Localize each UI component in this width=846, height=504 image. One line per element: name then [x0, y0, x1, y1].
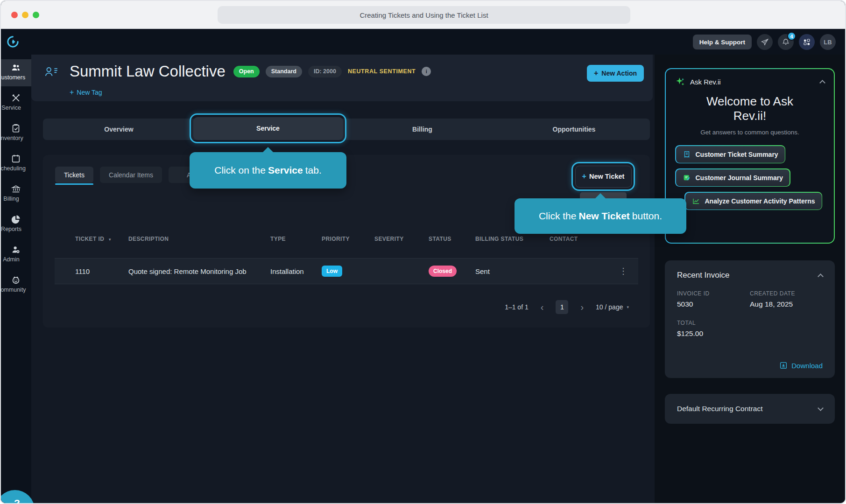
ask-revii-panel: Ask Rev.ii Welcome to Ask Rev.ii! Get an…	[665, 68, 835, 244]
paper-plane-icon	[761, 38, 769, 46]
new-ticket-tooltip: Click the New Ticket button.	[515, 198, 686, 234]
col-severity: SEVERITY	[374, 236, 429, 242]
recent-invoice-title: Recent Invoice	[677, 271, 818, 280]
col-priority: PRIORITY	[322, 236, 374, 242]
sidebar-label-service: Service	[1, 105, 21, 111]
page-size-select[interactable]: 10 / page ▾	[596, 303, 629, 311]
collapse-chevron-icon[interactable]	[818, 273, 824, 280]
cell-description: Quote signed: Remote Monitoring Job	[128, 267, 270, 275]
user-avatar[interactable]: LB	[820, 34, 836, 50]
sidebar-label-inventory: Inventory	[0, 135, 23, 141]
next-page-button[interactable]: ›	[580, 302, 584, 312]
close-window-button[interactable]	[11, 12, 18, 18]
analyze-activity-patterns-button[interactable]: Analyze Customer Activity Patterns	[684, 192, 822, 210]
plus-icon: +	[70, 88, 74, 97]
sparkles-icon	[675, 77, 685, 87]
ask-revii-title: Ask Rev.ii	[690, 78, 816, 86]
app-window: Creating Tickets and Using the Ticket Li…	[0, 0, 846, 504]
tier-badge: Standard	[266, 66, 302, 77]
apps-grid-button[interactable]	[799, 34, 815, 50]
new-ticket-highlight: + New Ticket	[571, 162, 635, 191]
new-tag-label: New Tag	[77, 89, 102, 96]
sidebar-item-reports[interactable]: Reports	[1, 211, 31, 238]
new-tag-button[interactable]: + New Tag	[70, 88, 102, 97]
help-support-button[interactable]: Help & Support	[693, 35, 752, 49]
new-ticket-button[interactable]: + New Ticket	[575, 166, 632, 188]
total-value: $125.00	[677, 329, 750, 338]
download-icon	[779, 361, 788, 370]
row-actions-menu[interactable]: ⋮	[618, 266, 629, 276]
invoice-id-label: INVOICE ID	[677, 290, 750, 297]
subtab-active-underline	[55, 183, 93, 185]
created-date-value: Aug 18, 2025	[750, 300, 823, 308]
sidebar-item-community[interactable]: Community	[1, 272, 31, 299]
col-status: STATUS	[429, 236, 475, 242]
sidebar-item-service[interactable]: Service	[1, 90, 31, 117]
total-label: TOTAL	[677, 320, 750, 326]
sidebar-item-customers[interactable]: Customers	[1, 59, 31, 86]
col-ticket-id[interactable]: TICKET ID ▾	[75, 236, 128, 242]
invoice-id-value: 5030	[677, 300, 750, 308]
help-support-label: Help & Support	[699, 39, 745, 46]
minimize-window-button[interactable]	[22, 12, 28, 18]
default-recurring-contract-panel[interactable]: Default Recurring Contract	[665, 394, 835, 424]
col-contact: CONTACT	[550, 236, 618, 242]
prev-page-button[interactable]: ‹	[541, 302, 544, 312]
cell-type: Installation	[270, 267, 322, 275]
sidebar-label-reports: Reports	[1, 226, 21, 232]
notifications-button[interactable]: 4	[778, 34, 794, 50]
calendar-icon	[11, 154, 21, 164]
journal-pen-icon	[683, 174, 691, 182]
page-number-button[interactable]: 1	[556, 300, 568, 314]
customer-ticket-summary-button[interactable]: Customer Ticket Summary	[675, 145, 785, 163]
ticket-receipt-icon	[683, 150, 691, 159]
sidebar-item-admin[interactable]: Admin	[1, 241, 31, 268]
plus-icon: +	[582, 172, 586, 181]
sidebar-label-admin: Admin	[3, 256, 19, 263]
download-invoice-link[interactable]: Download	[779, 361, 823, 370]
expand-chevron-icon[interactable]	[818, 405, 824, 411]
pagination-range: 1–1 of 1	[505, 303, 529, 311]
collapse-chevron-icon[interactable]	[819, 80, 825, 86]
notification-badge: 4	[787, 32, 796, 41]
status-badge: Open	[233, 66, 260, 77]
sidebar-label-billing: Billing	[3, 196, 19, 202]
question-icon: ?	[14, 497, 20, 504]
customer-id-badge: ID: 2000	[308, 66, 342, 77]
subtab-tickets[interactable]: Tickets	[55, 167, 93, 183]
tab-opportunities[interactable]: Opportunities	[498, 119, 650, 140]
tab-overview[interactable]: Overview	[43, 119, 195, 140]
browser-tab[interactable]: Creating Tickets and Using the Ticket Li…	[218, 6, 630, 24]
info-icon[interactable]: i	[422, 67, 431, 76]
sidebar-nav: Customers Service Inventory Scheduling B…	[1, 55, 31, 504]
tab-billing[interactable]: Billing	[346, 119, 498, 140]
contract-panel-title: Default Recurring Contract	[677, 405, 818, 413]
recent-invoice-panel: Recent Invoice INVOICE ID 5030 CREATED D…	[665, 260, 835, 378]
pagination: 1–1 of 1 ‹ 1 › 10 / page ▾	[55, 300, 638, 315]
caret-down-icon: ▾	[627, 305, 629, 309]
sidebar-item-billing[interactable]: Billing	[1, 181, 31, 208]
col-billing-status: BILLING STATUS	[475, 236, 550, 242]
community-face-icon	[11, 275, 21, 285]
subtab-calendar-items[interactable]: Calendar Items	[100, 167, 162, 183]
sidebar-item-scheduling[interactable]: Scheduling	[1, 150, 31, 177]
send-message-button[interactable]	[757, 34, 773, 50]
new-action-button[interactable]: + New Action	[587, 65, 644, 82]
sidebar-label-scheduling: Scheduling	[0, 165, 26, 172]
apps-grid-icon	[803, 38, 811, 46]
customer-journal-summary-button[interactable]: Customer Journal Summary	[675, 168, 790, 187]
created-date-label: CREATED DATE	[750, 290, 823, 297]
ticket-table-row[interactable]: 1110 Quote signed: Remote Monitoring Job…	[55, 258, 638, 284]
tools-icon	[11, 93, 21, 103]
tooltip-arrow-up	[595, 193, 606, 199]
sidebar-item-inventory[interactable]: Inventory	[1, 120, 31, 147]
status-badge: Closed	[429, 266, 457, 277]
sort-caret-icon: ▾	[109, 237, 111, 242]
priority-badge: Low	[322, 266, 342, 277]
revii-logo-icon[interactable]	[7, 35, 19, 48]
ask-revii-subheading: Get answers to common questions.	[675, 129, 825, 136]
tab-service[interactable]: Service	[193, 117, 343, 140]
maximize-window-button[interactable]	[33, 12, 39, 18]
activity-chart-icon	[692, 197, 700, 205]
browser-titlebar: Creating Tickets and Using the Ticket Li…	[1, 1, 845, 29]
